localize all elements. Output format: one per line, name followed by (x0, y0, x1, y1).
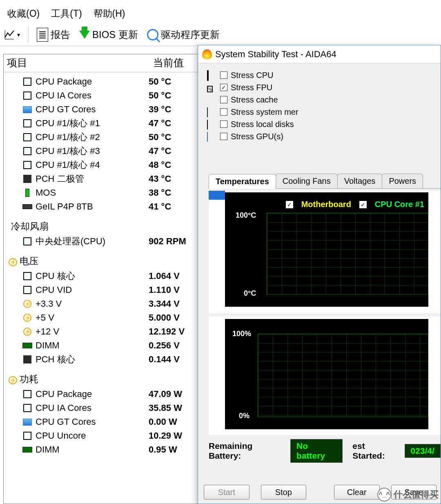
section-header[interactable]: ⚡ 功耗 (9, 373, 198, 386)
sensor-value: 12.192 V (149, 326, 198, 337)
sensor-name: MOS (36, 187, 56, 198)
legend-cpucore1-checkbox[interactable] (359, 201, 367, 208)
mascot-icon: ^_^ (377, 488, 391, 502)
col-value[interactable]: 当前值 (153, 56, 184, 69)
sensor-row[interactable]: CPU VID 1.110 V (4, 283, 198, 297)
sensor-icon (22, 77, 33, 86)
driver-update-button[interactable]: 驱动程序更新 (145, 27, 222, 42)
menu-favorites[interactable]: 收藏(O) (7, 7, 40, 20)
start-button[interactable]: Start (204, 485, 249, 500)
tab-powers[interactable]: Powers (382, 174, 423, 188)
sensor-name: +5 V (36, 312, 54, 323)
stress-icon (207, 71, 217, 79)
temperature-chart-container: Motherboard CPU Core #1 100°C 0°C (209, 191, 441, 313)
sensor-row[interactable]: DIMM 0.95 W (4, 443, 198, 457)
sensor-row[interactable]: CPU Uncore 10.29 W (4, 429, 198, 443)
stress-option[interactable]: Stress local disks (207, 118, 334, 130)
section-icon: ⚡ (9, 256, 17, 267)
section-header[interactable]: ⚡ 电压 (9, 255, 198, 268)
stress-icon (207, 120, 217, 128)
chart-legend: Motherboard CPU Core #1 (286, 200, 424, 209)
stress-checkbox[interactable] (220, 71, 227, 79)
sensor-row[interactable]: CPU GT Cores 0.00 W (4, 415, 198, 429)
tab-cooling-fans[interactable]: Cooling Fans (276, 174, 338, 188)
legend-cpucore1: CPU Core #1 (375, 200, 424, 209)
sensor-row[interactable]: DIMM 0.256 V (4, 339, 198, 352)
sensor-icon (22, 404, 33, 413)
sensor-row[interactable]: CPU #1/核心 #1 47 °C (4, 116, 198, 130)
sensor-name: CPU Package (36, 76, 92, 87)
sensors-panel: 项目 当前值 CPU Package 50 °C CPU IA Cores 50… (3, 54, 199, 504)
legend-motherboard-checkbox[interactable] (286, 201, 293, 208)
stress-checkbox[interactable] (220, 120, 227, 128)
sensor-row[interactable]: CPU 核心 1.064 V (4, 269, 198, 283)
sensor-value: 47.09 W (149, 389, 198, 399)
line-chart-icon (4, 29, 15, 40)
clear-button[interactable]: Clear (334, 485, 380, 500)
sensor-icon (22, 133, 33, 142)
sensor-value: 0.95 W (149, 444, 198, 455)
sensor-row[interactable]: CPU IA Cores 35.85 W (4, 401, 198, 415)
sensor-row[interactable]: MOS 38 °C (4, 186, 198, 200)
stress-checkbox[interactable] (220, 133, 227, 140)
menu-help[interactable]: 帮助(H) (94, 7, 125, 20)
chart1-ymin: 0°C (244, 289, 256, 298)
sensor-row[interactable]: CPU IA Cores 50 °C (4, 89, 198, 103)
sensor-name: CPU Package (36, 389, 92, 399)
col-item[interactable]: 项目 (7, 56, 153, 69)
sensor-icon (22, 147, 33, 156)
sensor-value: 50 °C (149, 90, 198, 101)
stress-option[interactable]: Stress GPU(s) (207, 130, 334, 143)
sensor-row[interactable]: CPU GT Cores 39 °C (4, 103, 198, 116)
sensor-row[interactable]: CPU Package 47.09 W (4, 387, 198, 401)
stress-checkbox[interactable] (220, 96, 227, 103)
report-button[interactable]: 报告 (34, 27, 73, 42)
sensor-value: 5.000 V (149, 312, 198, 323)
sensor-icon (22, 91, 33, 100)
bios-update-button[interactable]: BIOS 更新 (77, 27, 140, 42)
stress-checkbox[interactable] (220, 84, 227, 91)
sensor-row[interactable]: CPU #1/核心 #3 47 °C (4, 144, 198, 158)
chart1-plot (267, 213, 428, 294)
sensor-value: 41 °C (149, 201, 198, 212)
magnifier-icon (147, 29, 158, 40)
sensor-value: 0.144 V (149, 354, 198, 365)
sensor-value: 39 °C (149, 104, 198, 115)
sensor-row[interactable]: CPU Package 50 °C (4, 75, 198, 89)
sensor-icon (22, 341, 33, 350)
legend-motherboard: Motherboard (301, 200, 351, 209)
menu-tools[interactable]: 工具(T) (51, 7, 82, 20)
chart2-plot (258, 334, 428, 417)
window-titlebar[interactable]: System Stability Test - AIDA64 (198, 45, 441, 63)
graph-button[interactable]: ▾ (2, 29, 22, 41)
section-header[interactable]: 冷却风扇 (9, 220, 198, 233)
watermark-text: 什么值得买 (394, 488, 439, 501)
sensor-icon (22, 188, 33, 197)
driver-label: 驱动程序更新 (161, 28, 220, 41)
sensor-name: CPU #1/核心 #2 (36, 131, 100, 143)
sensor-row[interactable]: GeIL P4P 8TB 41 °C (4, 200, 198, 214)
stress-option[interactable]: Stress CPU (207, 69, 334, 81)
section-label: 功耗 (20, 373, 38, 386)
flame-icon (202, 49, 212, 59)
sensor-value: 3.344 V (149, 299, 198, 309)
sensor-row[interactable]: CPU #1/核心 #2 50 °C (4, 130, 198, 144)
stop-button[interactable]: Stop (261, 485, 307, 500)
tab-voltages[interactable]: Voltages (337, 174, 383, 188)
chart1-ymax: 100°C (236, 211, 256, 220)
stress-option[interactable]: Stress cache (207, 94, 334, 106)
sensor-row[interactable]: ⚡ +3.3 V 3.344 V (4, 297, 198, 311)
stress-option[interactable]: Stress system mer (207, 106, 334, 118)
stress-checkbox[interactable] (220, 108, 227, 116)
section-icon: ⚡ (9, 374, 17, 385)
sensor-row[interactable]: 中央处理器(CPU) 902 RPM (4, 234, 198, 248)
sensor-row[interactable]: ⚡ +12 V 12.192 V (4, 325, 198, 339)
sensor-row[interactable]: CPU #1/核心 #4 48 °C (4, 158, 198, 172)
sensor-name: CPU Uncore (36, 430, 86, 441)
sensor-value: 0.00 W (149, 417, 198, 427)
sensor-row[interactable]: PCH 核心 0.144 V (4, 352, 198, 366)
tab-temperatures[interactable]: Temperatures (209, 174, 276, 189)
sensor-row[interactable]: ⚡ +5 V 5.000 V (4, 311, 198, 325)
sensor-row[interactable]: PCH 二极管 43 °C (4, 172, 198, 186)
stress-option[interactable]: % Stress FPU (207, 81, 334, 94)
